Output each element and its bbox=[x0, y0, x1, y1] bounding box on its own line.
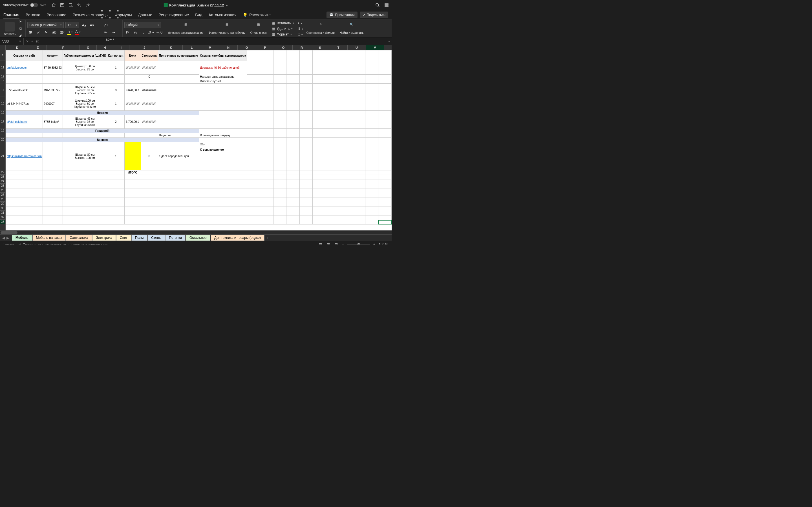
sheet-tab[interactable]: Сантехника bbox=[66, 235, 92, 241]
font-size-combo[interactable]: 12▾ bbox=[65, 22, 79, 28]
copy-icon[interactable]: ⧉ bbox=[17, 25, 24, 32]
align-center-icon[interactable]: ≡ bbox=[107, 15, 113, 21]
expand-formula-icon[interactable]: ▾ bbox=[387, 40, 392, 43]
redo-icon[interactable] bbox=[86, 3, 90, 7]
column-header-M[interactable]: M bbox=[201, 45, 219, 50]
save-as-icon[interactable] bbox=[68, 3, 73, 7]
row-header-27[interactable]: 27 bbox=[0, 193, 5, 197]
strikethrough-button[interactable]: ab bbox=[51, 29, 57, 35]
section-row[interactable]: Лоджия bbox=[6, 111, 199, 115]
row-header-12[interactable]: 12 bbox=[0, 74, 5, 79]
tab-automate[interactable]: Автоматизация bbox=[208, 11, 236, 19]
row-header-22[interactable]: 22 bbox=[0, 170, 5, 175]
align-right-icon[interactable]: ≡ bbox=[114, 15, 121, 21]
column-header-K[interactable]: K bbox=[160, 45, 183, 50]
horizontal-scrollbar[interactable] bbox=[0, 230, 392, 234]
header-e[interactable]: Артикул bbox=[43, 50, 63, 61]
document-title[interactable]: Комплектация_Химки 27.11.12 ⌄ bbox=[163, 3, 228, 7]
column-header-P[interactable]: P bbox=[256, 45, 274, 50]
header-i[interactable]: Стоимость bbox=[141, 50, 158, 61]
column-header-I[interactable]: I bbox=[113, 45, 130, 50]
tab-draw[interactable]: Рисование bbox=[47, 11, 66, 19]
column-header-U[interactable]: U bbox=[348, 45, 366, 50]
sheet-tab[interactable]: Мебель bbox=[12, 235, 32, 241]
more-icon[interactable]: ⋯ bbox=[94, 3, 98, 7]
row-header-29[interactable]: 29 bbox=[0, 202, 5, 206]
row-header-17[interactable]: 17 bbox=[0, 115, 5, 128]
tell-me[interactable]: 💡 Расскажите bbox=[243, 13, 271, 17]
row-header-23[interactable]: 23 bbox=[0, 175, 5, 179]
column-header-L[interactable]: L bbox=[183, 45, 201, 50]
zoom-level[interactable]: 100 % bbox=[378, 242, 388, 244]
cell-styles-button[interactable]: ▦Стили ячеек bbox=[249, 23, 268, 34]
zoom-in-button[interactable]: + bbox=[373, 242, 375, 244]
conditional-formatting-button[interactable]: ▦Условное форматирование bbox=[166, 23, 205, 34]
enter-icon[interactable]: ✓ bbox=[31, 40, 34, 43]
row-header-26[interactable]: 26 bbox=[0, 188, 5, 193]
row-header-24[interactable]: 24 bbox=[0, 179, 5, 184]
decrease-indent-icon[interactable]: ⇤ bbox=[103, 29, 109, 35]
tab-view[interactable]: Вид bbox=[195, 11, 202, 19]
page-break-view-icon[interactable]: ▤ bbox=[334, 242, 339, 244]
underline-button[interactable]: Ч bbox=[43, 29, 49, 35]
row-header-1[interactable]: 1 bbox=[0, 50, 5, 61]
spreadsheet-grid[interactable]: DEFGHIJKLMNOPQRSTUV 11112131415161718192… bbox=[0, 45, 392, 230]
header-f[interactable]: Габаритные размеры (ШхГхВ) bbox=[63, 50, 107, 61]
row-header-11[interactable]: 11 bbox=[0, 61, 5, 74]
decrease-font-icon[interactable]: A▾ bbox=[89, 22, 95, 28]
sheet-tab[interactable]: Доп техника и товары (редко) bbox=[211, 235, 264, 241]
column-header-T[interactable]: T bbox=[329, 45, 348, 50]
increase-indent-icon[interactable]: ⇥ bbox=[110, 29, 117, 35]
row-header-19[interactable]: 19 bbox=[0, 133, 5, 137]
cancel-icon[interactable]: ✕ bbox=[26, 40, 29, 43]
row-header-33[interactable]: 33 bbox=[0, 220, 5, 224]
delete-cells-button[interactable]: ▦ Удалить ▾ bbox=[272, 27, 294, 31]
row-header-15[interactable]: 15 bbox=[0, 97, 5, 110]
header-h[interactable]: Цена bbox=[124, 50, 141, 61]
header-k[interactable]: Скрыты столбцы комплектатора bbox=[199, 50, 247, 61]
row-header-13[interactable]: 13 bbox=[0, 79, 5, 83]
sheet-tab[interactable]: Свет bbox=[116, 235, 131, 241]
normal-view-icon[interactable]: ▦ bbox=[318, 242, 323, 244]
row-header-18[interactable]: 18 bbox=[0, 128, 5, 133]
header-j[interactable]: Примечание по помещению bbox=[158, 50, 199, 61]
number-format-combo[interactable]: Общий▾ bbox=[124, 22, 161, 28]
formula-input[interactable] bbox=[41, 38, 387, 45]
autosum-icon[interactable]: Σ ▾ bbox=[298, 21, 303, 25]
autosave-toggle[interactable]: Автосохранение выкл. bbox=[3, 3, 47, 7]
currency-icon[interactable]: ₽▾ bbox=[124, 29, 131, 35]
tab-review[interactable]: Рецензирование bbox=[158, 11, 189, 19]
borders-button[interactable]: ▦▾ bbox=[59, 29, 65, 35]
zoom-out-button[interactable]: − bbox=[342, 242, 344, 244]
paste-icon[interactable] bbox=[5, 22, 15, 32]
insert-cells-button[interactable]: ▦ Вставить ▾ bbox=[272, 21, 294, 25]
header-d[interactable]: Ссылка на сайт bbox=[6, 50, 43, 61]
column-header-G[interactable]: G bbox=[80, 45, 97, 50]
format-as-table-button[interactable]: ▦Форматировать как таблицу bbox=[207, 23, 247, 34]
toolbar-options-icon[interactable] bbox=[384, 3, 389, 7]
row-header-32[interactable]: 32 bbox=[0, 215, 5, 220]
orientation-icon[interactable]: ⤢▾ bbox=[103, 22, 109, 28]
row-header-30[interactable]: 30 bbox=[0, 206, 5, 211]
header-g[interactable]: Кол-во, шт. bbox=[107, 50, 124, 61]
format-cells-button[interactable]: ▦ Формат ▾ bbox=[272, 33, 294, 36]
row-header-14[interactable]: 14 bbox=[0, 83, 5, 97]
section-row[interactable]: Гардероб: bbox=[6, 129, 199, 133]
sheet-tab[interactable]: Остальное bbox=[186, 235, 210, 241]
decrease-decimal-icon[interactable]: ←.0 bbox=[156, 29, 162, 35]
add-sheet-button[interactable]: + bbox=[265, 236, 271, 240]
italic-button[interactable]: К bbox=[35, 29, 42, 35]
sheet-tab[interactable]: Электрика bbox=[92, 235, 116, 241]
font-name-combo[interactable]: Calibri (Основной...▾ bbox=[28, 22, 64, 28]
column-header-J[interactable]: J bbox=[130, 45, 160, 50]
fx-icon[interactable]: fx bbox=[36, 40, 39, 43]
row-header-21[interactable]: 21 bbox=[0, 142, 5, 170]
tab-data[interactable]: Данные bbox=[138, 11, 152, 19]
column-header-Q[interactable]: Q bbox=[274, 45, 293, 50]
fill-color-button[interactable]: ◇▾ bbox=[67, 29, 73, 35]
bold-button[interactable]: Ж bbox=[28, 29, 34, 35]
comma-icon[interactable]: , bbox=[140, 29, 146, 35]
row-header-25[interactable]: 25 bbox=[0, 184, 5, 188]
column-header-V[interactable]: V bbox=[366, 45, 384, 50]
column-header-F[interactable]: F bbox=[47, 45, 80, 50]
